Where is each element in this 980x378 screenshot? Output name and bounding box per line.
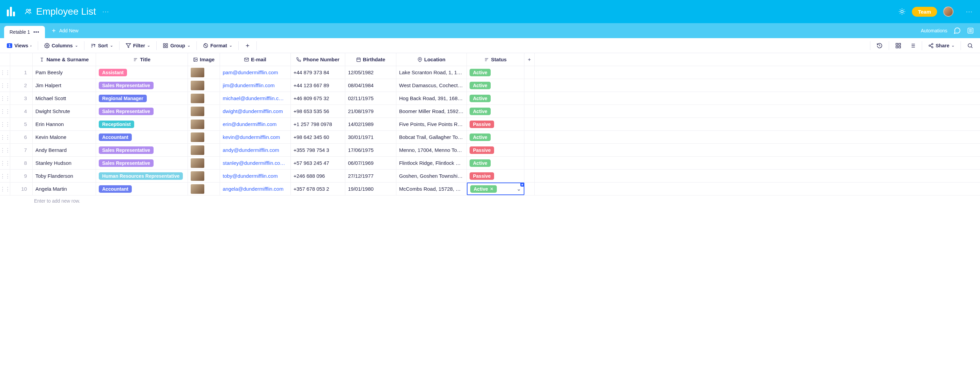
col-header-location[interactable]: Location xyxy=(396,53,467,66)
cell-phone[interactable]: +246 688 096 xyxy=(291,170,345,182)
col-header-name[interactable]: Name & Surname xyxy=(33,53,96,66)
cell-email[interactable]: kevin@dundermifflin.com xyxy=(220,131,291,143)
share-button[interactable]: Share ⌄ xyxy=(925,41,958,51)
drag-handle-icon[interactable]: ⋮⋮ xyxy=(0,118,10,130)
cell-title[interactable]: Accountant xyxy=(96,131,188,143)
col-header-image[interactable]: Image xyxy=(188,53,220,66)
cell-phone[interactable]: +357 678 053 2 xyxy=(291,183,345,195)
cell-name[interactable]: Pam Beesly xyxy=(33,66,96,79)
cell-name[interactable]: Michael Scott xyxy=(33,92,96,105)
cell-image[interactable] xyxy=(188,105,220,118)
table-row[interactable]: ⋮⋮ 6 Kevin Malone Accountant kevin@dunde… xyxy=(0,131,980,144)
chat-icon[interactable] xyxy=(953,27,961,34)
team-button[interactable]: Team xyxy=(912,7,937,17)
cell-phone[interactable]: +355 798 754 3 xyxy=(291,144,345,156)
cell-image[interactable] xyxy=(188,157,220,169)
cell-status[interactable]: Active xyxy=(467,66,524,79)
table-row[interactable]: ⋮⋮ 7 Andy Bernard Sales Representative a… xyxy=(0,144,980,157)
drag-handle-icon[interactable]: ⋮⋮ xyxy=(0,157,10,169)
cell-birthdate[interactable]: 08/04/1984 xyxy=(345,79,396,92)
cell-email[interactable]: angela@dundermifflin.com xyxy=(220,183,291,195)
table-row[interactable]: ⋮⋮ 10 Angela Martin Accountant angela@du… xyxy=(0,183,980,195)
cell-status[interactable]: Active xyxy=(467,92,524,105)
cell-image[interactable] xyxy=(188,66,220,79)
tab-retable[interactable]: Retable 1 ••• xyxy=(4,26,45,38)
theme-toggle-icon[interactable] xyxy=(898,8,906,15)
cell-birthdate[interactable]: 19/01/1980 xyxy=(345,183,396,195)
cell-status[interactable]: Passive xyxy=(467,118,524,130)
add-column-button[interactable] xyxy=(524,53,535,66)
drag-handle-icon[interactable]: ⋮⋮ xyxy=(0,105,10,118)
cell-location[interactable]: Five Points, Five Points R… xyxy=(396,118,467,130)
cell-birthdate[interactable]: 12/05/1982 xyxy=(345,66,396,79)
title-more-icon[interactable]: ⋯ xyxy=(102,8,110,16)
drag-handle-icon[interactable]: ⋮⋮ xyxy=(0,131,10,143)
cell-email[interactable]: michael@dundermifflin.c… xyxy=(220,92,291,105)
cell-title[interactable]: Sales Representative xyxy=(96,79,188,92)
cell-location[interactable]: Hog Back Road, 391, 1684… xyxy=(396,92,467,105)
cell-name[interactable]: Dwight Schrute xyxy=(33,105,96,118)
cell-email[interactable]: jim@dundermifflin.com xyxy=(220,79,291,92)
cell-image[interactable] xyxy=(188,92,220,105)
cell-email[interactable]: erin@dundermifflin.com xyxy=(220,118,291,130)
cell-phone[interactable]: +44 123 667 89 xyxy=(291,79,345,92)
cell-image[interactable] xyxy=(188,183,220,195)
cell-location[interactable]: Menno, 17004, Menno To… xyxy=(396,144,467,156)
cell-phone[interactable]: +44 879 373 84 xyxy=(291,66,345,79)
drag-handle-icon[interactable]: ⋮⋮ xyxy=(0,79,10,92)
group-button[interactable]: Group ⌄ xyxy=(159,41,194,51)
cell-birthdate[interactable]: 14/02/1989 xyxy=(345,118,396,130)
table-row[interactable]: ⋮⋮ 1 Pam Beesly Assistant pam@dundermiff… xyxy=(0,66,980,79)
sort-button[interactable]: Sort ⌄ xyxy=(87,41,116,51)
cell-phone[interactable]: +57 963 245 47 xyxy=(291,157,345,169)
user-avatar[interactable] xyxy=(943,6,953,17)
add-new-tab-button[interactable]: Add New xyxy=(45,28,85,33)
cell-title[interactable]: Regional Manager xyxy=(96,92,188,105)
cell-location[interactable]: Flintlock Ridge, Flintlock … xyxy=(396,157,467,169)
cell-phone[interactable]: +1 257 798 0978 xyxy=(291,118,345,130)
filter-button[interactable]: Filter ⌄ xyxy=(122,41,154,51)
table-row[interactable]: ⋮⋮ 8 Stanley Hudson Sales Representative… xyxy=(0,157,980,170)
header-more-icon[interactable]: ⋯ xyxy=(966,8,973,16)
cell-title[interactable]: Sales Representative xyxy=(96,157,188,169)
cell-name[interactable]: Stanley Hudson xyxy=(33,157,96,169)
cell-birthdate[interactable]: 30/01/1971 xyxy=(345,131,396,143)
format-button[interactable]: Format ⌄ xyxy=(200,41,235,51)
drag-handle-icon[interactable]: ⋮⋮ xyxy=(0,66,10,79)
cell-image[interactable] xyxy=(188,79,220,92)
cell-email[interactable]: andy@dundermifflin.com xyxy=(220,144,291,156)
grid-view-button[interactable] xyxy=(892,41,905,51)
cell-phone[interactable]: +98 642 345 60 xyxy=(291,131,345,143)
cell-image[interactable] xyxy=(188,170,220,182)
cell-status[interactable]: Active xyxy=(467,79,524,92)
cell-status[interactable]: Passive xyxy=(467,144,524,156)
cell-image[interactable] xyxy=(188,144,220,156)
cell-location[interactable]: Lake Scranton Road, 1, 18… xyxy=(396,66,467,79)
expand-icon[interactable] xyxy=(520,183,524,187)
cell-title[interactable]: Assistant xyxy=(96,66,188,79)
list-view-button[interactable] xyxy=(906,41,919,51)
cell-location[interactable]: McCombs Road, 15728, C… xyxy=(396,183,467,195)
cell-email[interactable]: toby@dundermifflin.com xyxy=(220,170,291,182)
history-button[interactable] xyxy=(873,41,886,51)
table-row[interactable]: ⋮⋮ 5 Erin Hannon Receptionist erin@dunde… xyxy=(0,118,980,131)
cell-image[interactable] xyxy=(188,118,220,130)
table-row[interactable]: ⋮⋮ 9 Toby Flanderson Human Resources Rep… xyxy=(0,170,980,183)
cell-email[interactable]: dwight@dundermifflin.com xyxy=(220,105,291,118)
col-header-email[interactable]: E-mail xyxy=(220,53,291,66)
cell-location[interactable]: Bobcat Trail, Gallagher To… xyxy=(396,131,467,143)
col-header-title[interactable]: Title xyxy=(96,53,188,66)
cell-title[interactable]: Human Resources Representative xyxy=(96,170,188,182)
cell-birthdate[interactable]: 17/06/1975 xyxy=(345,144,396,156)
cell-name[interactable]: Erin Hannon xyxy=(33,118,96,130)
remove-tag-icon[interactable]: ✕ xyxy=(490,187,493,191)
drag-handle-icon[interactable]: ⋮⋮ xyxy=(0,92,10,105)
cell-title[interactable]: Sales Representative xyxy=(96,144,188,156)
app-logo[interactable] xyxy=(7,7,16,16)
cell-name[interactable]: Angela Martin xyxy=(33,183,96,195)
cell-status[interactable]: Active xyxy=(467,105,524,118)
cell-phone[interactable]: +46 809 675 32 xyxy=(291,92,345,105)
drag-handle-icon[interactable]: ⋮⋮ xyxy=(0,183,10,195)
cell-location[interactable]: Goshen, Goshen Townshi… xyxy=(396,170,467,182)
panel-icon[interactable] xyxy=(967,27,974,34)
